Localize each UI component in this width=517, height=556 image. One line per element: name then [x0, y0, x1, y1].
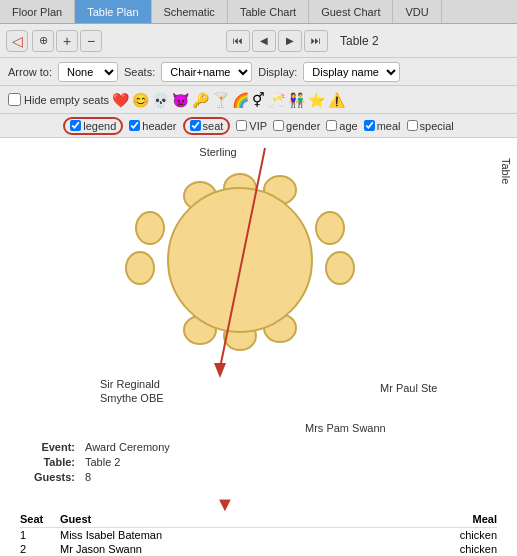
zoom-in-button[interactable]: + [56, 30, 78, 52]
tab-table-chart[interactable]: Table Chart [228, 0, 309, 23]
main-canvas: Sterling Sir Reginald Smythe OBE Mr Paul… [0, 138, 517, 556]
hide-empty-seats-label[interactable]: Hide empty seats [8, 93, 109, 106]
svg-point-9 [126, 252, 154, 284]
guest-2: Mr Jason Swann [60, 543, 427, 555]
content-wrapper: Sterling Sir Reginald Smythe OBE Mr Paul… [0, 138, 517, 556]
special-text: special [420, 120, 454, 132]
guests-value: 8 [85, 471, 91, 483]
legend-item-gender[interactable]: gender [273, 120, 320, 132]
zoom-reset-button[interactable]: ⊕ [32, 30, 54, 52]
tab-guest-chart[interactable]: Guest Chart [309, 0, 393, 23]
svg-point-0 [184, 182, 216, 210]
svg-point-7 [184, 316, 216, 344]
seat-checkbox[interactable] [190, 120, 201, 131]
svg-point-4 [326, 252, 354, 284]
seats-label: Seats: [124, 66, 155, 78]
nav-next-button[interactable]: ▶ [278, 30, 302, 52]
nav-buttons: ⏮ ◀ ▶ ⏭ [226, 30, 328, 52]
tab-schematic[interactable]: Schematic [152, 0, 228, 23]
nav-first-icon: ⏮ [233, 35, 243, 46]
svg-text:Mr Paul Ste: Mr Paul Ste [380, 382, 437, 394]
tab-table-plan[interactable]: Table Plan [75, 0, 151, 23]
nav-last-button[interactable]: ⏭ [304, 30, 328, 52]
legend-checkbox[interactable] [70, 120, 81, 131]
legend-item-meal[interactable]: meal [364, 120, 401, 132]
star-icon[interactable]: ⭐ [308, 92, 325, 108]
skull-icon[interactable]: 💀 [152, 92, 169, 108]
nav-first-button[interactable]: ⏮ [226, 30, 250, 52]
toast-icon[interactable]: 🥂 [268, 92, 285, 108]
nav-prev-icon: ◀ [260, 35, 268, 46]
special-checkbox[interactable] [407, 120, 418, 131]
toolbar-navigation: ◁ ⊕ + − ⏮ ◀ ▶ ⏭ Table 2 [0, 24, 517, 58]
col-meal-header: Meal [427, 513, 497, 525]
hide-empty-seats-text: Hide empty seats [24, 94, 109, 106]
devil-icon[interactable]: 👿 [172, 92, 189, 108]
legend-item-seat[interactable]: seat [183, 117, 231, 135]
header-checkbox[interactable] [129, 120, 140, 131]
svg-point-6 [224, 322, 256, 350]
happy-icon[interactable]: 😊 [132, 92, 149, 108]
seats-select[interactable]: Chair+name [161, 62, 252, 82]
svg-text:Smythe OBE: Smythe OBE [100, 392, 164, 404]
tab-vdu[interactable]: VDU [393, 0, 441, 23]
zoom-reset-icon: ⊕ [39, 34, 48, 47]
vip-checkbox[interactable] [236, 120, 247, 131]
table-row: 2 Mr Jason Swann chicken [20, 542, 497, 556]
meal-text: meal [377, 120, 401, 132]
legend-item-header[interactable]: header [129, 120, 176, 132]
meal-2: chicken [427, 543, 497, 555]
gender-text: gender [286, 120, 320, 132]
age-text: age [339, 120, 357, 132]
tab-floor-plan[interactable]: Floor Plan [0, 0, 75, 23]
legend-item-vip[interactable]: VIP [236, 120, 267, 132]
svg-point-3 [316, 212, 344, 244]
table-row-info: Table: Table 2 [20, 456, 170, 468]
legend-item-legend[interactable]: legend [63, 117, 123, 135]
zoom-in-icon: + [63, 33, 71, 49]
back-icon: ◁ [12, 33, 23, 49]
guests-row: Guests: 8 [20, 471, 170, 483]
legend-item-age[interactable]: age [326, 120, 357, 132]
arrow-to-select[interactable]: None [58, 62, 118, 82]
zoom-out-button[interactable]: − [80, 30, 102, 52]
svg-point-10 [168, 188, 312, 332]
zoom-out-icon: − [87, 33, 95, 49]
seat-text: seat [203, 120, 224, 132]
cocktail-icon[interactable]: 🍸 [212, 92, 229, 108]
canvas-svg: Sterling Sir Reginald Smythe OBE Mr Paul… [0, 138, 517, 556]
seat-2: 2 [20, 543, 60, 555]
guest-1: Miss Isabel Bateman [60, 529, 427, 541]
rainbow-icon[interactable]: 🌈 [232, 92, 249, 108]
display-label: Display: [258, 66, 297, 78]
back-button[interactable]: ◁ [6, 30, 28, 52]
svg-point-2 [264, 176, 296, 204]
right-panel-label: Table [500, 158, 512, 184]
toolbar-options: Arrow to: None Seats: Chair+name Display… [0, 58, 517, 86]
legend-text: legend [83, 120, 116, 132]
svg-text:Sir Reginald: Sir Reginald [100, 378, 160, 390]
info-panel: Event: Award Ceremony Table: Table 2 Gue… [20, 441, 170, 486]
key-icon[interactable]: 🔑 [192, 92, 209, 108]
svg-line-11 [220, 148, 265, 368]
guest-table-header: Seat Guest Meal [20, 511, 497, 528]
table-row: 1 Miss Isabel Bateman chicken [20, 528, 497, 542]
toolbar-icons: Hide empty seats ❤️ 😊 💀 👿 🔑 🍸 🌈 ⚥ 🥂 👫 ⭐ … [0, 86, 517, 114]
tab-bar: Floor Plan Table Plan Schematic Table Ch… [0, 0, 517, 24]
col-guest-header: Guest [60, 513, 427, 525]
couple-icon[interactable]: 👫 [288, 92, 305, 108]
age-checkbox[interactable] [326, 120, 337, 131]
warning-icon[interactable]: ⚠️ [328, 92, 345, 108]
nav-prev-button[interactable]: ◀ [252, 30, 276, 52]
hide-empty-seats-checkbox[interactable] [8, 93, 21, 106]
meal-checkbox[interactable] [364, 120, 375, 131]
gender-checkbox[interactable] [273, 120, 284, 131]
svg-point-5 [264, 314, 296, 342]
heart-icon[interactable]: ❤️ [112, 92, 129, 108]
gender-icon[interactable]: ⚥ [252, 92, 265, 108]
display-select[interactable]: Display name [303, 62, 400, 82]
svg-marker-12 [214, 363, 226, 378]
legend-item-special[interactable]: special [407, 120, 454, 132]
vip-text: VIP [249, 120, 267, 132]
seat-1: 1 [20, 529, 60, 541]
